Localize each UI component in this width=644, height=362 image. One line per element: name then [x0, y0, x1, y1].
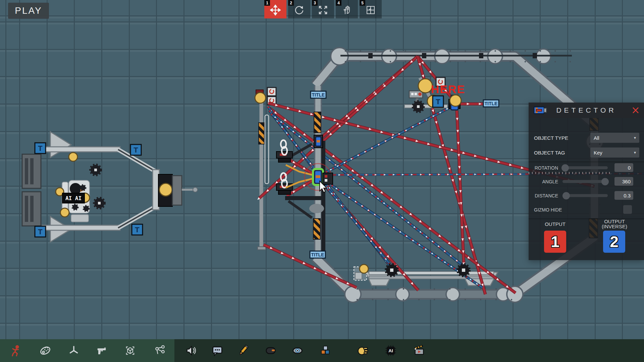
svg-text:T: T	[133, 146, 138, 154]
rotation-value[interactable]: 0	[614, 163, 633, 172]
object-type-dropdown[interactable]: All ▾	[590, 133, 639, 143]
eye-tool-icon[interactable]	[291, 344, 304, 357]
angle-label: ANGLE	[526, 179, 558, 184]
entities-category-icon[interactable]	[153, 344, 167, 357]
propeller-category-icon[interactable]	[67, 344, 80, 357]
t-badge[interactable]: T	[35, 226, 46, 237]
tool-number: 2	[288, 0, 294, 6]
move-icon	[270, 5, 281, 15]
rotation-gizmo-frame[interactable]	[267, 87, 276, 96]
t-badge[interactable]: T	[433, 96, 443, 107]
tool-number: 1	[264, 0, 270, 6]
object-tag-dropdown[interactable]: Key ▾	[590, 147, 639, 158]
chat-tool-icon[interactable]	[211, 344, 224, 357]
hand[interactable]	[60, 208, 69, 217]
gizmo-hide-checkbox[interactable]	[623, 205, 632, 214]
hazard-post	[259, 123, 264, 144]
object-type-label: OBJECT TYPE	[534, 135, 568, 141]
sound-tool-icon[interactable]	[184, 344, 198, 357]
svg-text:TITLE: TITLE	[311, 252, 324, 257]
angle-slider[interactable]	[562, 180, 608, 183]
angle-value[interactable]: 360	[614, 177, 633, 186]
panel-title: DETECTOR	[529, 106, 644, 114]
bottom-toolbar: AI	[0, 339, 644, 362]
detector-ray-ticks	[529, 172, 612, 174]
svg-text:T: T	[38, 144, 43, 153]
tool-number: 3	[312, 0, 318, 6]
svg-text:T: T	[38, 228, 43, 236]
hand[interactable]	[418, 79, 432, 93]
bottom-toolbar-category-segment	[0, 339, 174, 362]
svg-text:TITLE: TITLE	[485, 101, 498, 106]
svg-text:AI AI: AI AI	[65, 195, 82, 201]
hand-tool-icon[interactable]	[356, 344, 370, 357]
puzzle-icon	[365, 5, 376, 15]
rod-ball	[193, 187, 198, 192]
pencil-tool-icon[interactable]	[236, 344, 250, 357]
distance-slider-handle[interactable]	[562, 192, 570, 199]
t-badge[interactable]: T	[130, 144, 141, 155]
tool-drag[interactable]: 4	[336, 0, 358, 18]
weapons-category-icon[interactable]	[95, 344, 108, 357]
hand[interactable]	[255, 93, 266, 103]
hand[interactable]	[450, 95, 461, 106]
angle-slider-handle[interactable]	[601, 178, 609, 185]
tool-rotate[interactable]: 2	[288, 0, 310, 18]
svg-text:T: T	[436, 98, 440, 106]
distance-value[interactable]: 0.3	[614, 191, 633, 200]
toggle-tool-icon[interactable]	[264, 344, 277, 357]
tool-scale[interactable]: 3	[312, 0, 334, 18]
scale-icon	[318, 5, 328, 15]
machinery-category-icon[interactable]	[39, 344, 52, 357]
title-badge[interactable]: TITLE	[311, 91, 326, 98]
rotation-label: ROTATION	[526, 165, 558, 171]
props-category-icon[interactable]	[123, 344, 137, 357]
output-inverse-button[interactable]: 2	[603, 231, 625, 253]
t-badge[interactable]: T	[35, 143, 46, 154]
hazard-post	[313, 219, 320, 239]
object-tag-value: Key	[594, 150, 602, 156]
object-type-value: All	[594, 135, 599, 141]
gizmo-hide-label: GIZMO HIDE	[534, 207, 562, 213]
ai-tool-icon[interactable]: AI	[384, 344, 397, 357]
svg-text:T: T	[135, 226, 140, 234]
hand-icon	[341, 5, 352, 15]
hand[interactable]	[159, 183, 172, 196]
chevron-down-icon: ▾	[634, 135, 636, 140]
chevron-down-icon: ▾	[634, 150, 636, 155]
launcher[interactable]	[276, 152, 292, 162]
blocks-tool-icon[interactable]	[318, 344, 331, 357]
rotation-slider[interactable]	[562, 166, 608, 169]
rotation-slider-handle[interactable]	[561, 164, 569, 172]
t-badge[interactable]: T	[132, 224, 143, 235]
tool-number: 4	[336, 0, 341, 6]
creature[interactable]	[70, 183, 81, 194]
svg-text:AI: AI	[388, 348, 393, 353]
distance-label: DISTANCE	[526, 193, 558, 198]
object-tag-label: OBJECT TAG	[534, 150, 565, 156]
output-button[interactable]: 1	[544, 231, 566, 253]
clapperboard-tool-icon[interactable]	[413, 344, 426, 357]
detector-panel: DETECTOR OBJECT TYPE All ▾ OBJECT TAG Ke…	[529, 103, 644, 260]
tool-move[interactable]: 1	[264, 0, 286, 18]
editor-stage: TITLE TITLE T	[0, 0, 644, 362]
distance-slider[interactable]	[562, 194, 608, 197]
ai-box[interactable]: AI AI	[62, 193, 85, 203]
tool-number: 5	[360, 0, 365, 6]
hazard-post	[314, 112, 321, 133]
close-icon[interactable]	[632, 107, 639, 114]
svg-text:TITLE: TITLE	[312, 92, 325, 98]
tool-attach[interactable]: 5	[360, 0, 382, 18]
key-object[interactable]	[314, 135, 323, 148]
output-inverse-label: OUTPUT (INVERSE)	[591, 219, 638, 229]
output-label: OUTPUT	[533, 222, 577, 227]
title-badge[interactable]: TITLE	[483, 100, 499, 107]
humans-category-icon[interactable]	[9, 344, 23, 357]
chain-links	[281, 140, 287, 188]
title-badge[interactable]: TITLE	[310, 251, 325, 258]
left-machine: AI AI T T T T	[22, 132, 198, 242]
hand[interactable]	[360, 264, 368, 273]
here-label: HERE	[431, 83, 465, 96]
hand[interactable]	[69, 153, 77, 161]
play-button[interactable]: PLAY	[8, 3, 49, 19]
